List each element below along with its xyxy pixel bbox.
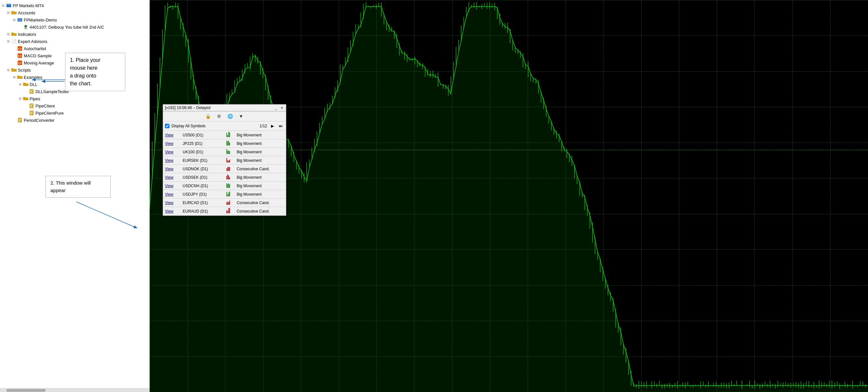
symbol-cell: USDJPY (D1) — [180, 190, 222, 199]
signal-cell: Big Movement — [235, 173, 286, 182]
symbol-cell: USDSEK (D1) — [180, 173, 222, 182]
lock-icon[interactable]: 🔒 — [204, 113, 212, 120]
expand-pipes[interactable]: ⊟ — [18, 97, 22, 101]
tree-item-accounts[interactable]: ⊟Accounts — [0, 9, 149, 16]
icon-accounts — [11, 10, 17, 16]
table-row[interactable]: ViewEURCAD (D1)Consecutive Cand. — [163, 199, 286, 207]
mini-chart-cell — [222, 207, 235, 216]
table-row[interactable]: ViewUSDJPY (D1)Big Movement — [163, 190, 286, 199]
tree-item-autochartist[interactable]: EAAutochartist — [0, 45, 149, 52]
mini-bar — [229, 177, 230, 179]
table-row[interactable]: ViewUSDNOK (D1)Consecutive Cand. — [163, 165, 286, 173]
signal-cell: Consecutive Cand. — [235, 165, 286, 173]
close-button[interactable]: ✕ — [279, 106, 284, 110]
signal-cell: Big Movement — [235, 156, 286, 165]
svg-rect-2 — [18, 18, 22, 22]
table-row[interactable]: ViewUS500 (D1)Big Movement — [163, 131, 286, 139]
gear-icon[interactable]: ⚙ — [215, 113, 222, 120]
svg-rect-15 — [30, 92, 33, 93]
label-dll: DLL — [30, 82, 37, 87]
minimize-button[interactable]: _ — [274, 106, 278, 110]
view-button[interactable]: View — [165, 192, 174, 197]
expand-indicators[interactable]: ⊟ — [6, 32, 10, 36]
mini-bar — [229, 201, 230, 205]
svg-rect-1 — [7, 5, 10, 5]
view-button[interactable]: View — [165, 150, 174, 154]
popup-toolbar: 🔒 ⚙ 🌐 ▼ — [163, 111, 286, 121]
navigator-panel: ⊟FP Markets MT4⊟Accounts⊟FPMarkets-Demo4… — [0, 0, 150, 392]
view-button[interactable]: View — [165, 141, 174, 146]
tree-item-fp-markets[interactable]: ⊟FP Markets MT4 — [0, 2, 149, 9]
tree-item-pipe-client[interactable]: PipeClient — [0, 102, 149, 109]
scrollbar-thumb[interactable] — [6, 389, 45, 392]
mini-bar — [228, 202, 229, 205]
popup-window: [v192] 10:06:48 – Delayed _ ✕ 🔒 ⚙ 🌐 ▼ Di… — [163, 104, 286, 216]
symbol-cell: USDCNH (D1) — [180, 182, 222, 190]
mini-chart-cell — [222, 165, 235, 173]
play-button[interactable]: ▶ — [269, 123, 276, 129]
tree-item-indicators[interactable]: ⊟Indicators — [0, 31, 149, 38]
table-row[interactable]: ViewEURAUD (D1)Consecutive Cand. — [163, 207, 286, 216]
svg-rect-22 — [30, 113, 32, 113]
popup-title: [v192] 10:06:48 – Delayed — [165, 106, 211, 110]
view-button[interactable]: View — [165, 209, 174, 214]
expand-expert-advisors[interactable]: ⊟ — [6, 39, 10, 43]
tree-item-fpmarkets-demo[interactable]: ⊟FPMarkets-Demo — [0, 16, 149, 23]
mini-bar — [229, 143, 230, 145]
expand-examples[interactable]: ⊟ — [12, 75, 16, 79]
globe-icon[interactable]: 🌐 — [226, 113, 234, 120]
mini-chart-cell — [222, 139, 235, 148]
symbol-cell: USDNOK (D1) — [180, 165, 222, 173]
mini-bar — [226, 149, 227, 154]
table-row[interactable]: ViewUSDCNH (D1)Big Movement — [163, 182, 286, 190]
expand-fp-markets[interactable]: ⊟ — [1, 4, 5, 7]
view-button[interactable]: View — [165, 201, 174, 205]
symbols-table: ViewUS500 (D1)Big MovementViewJP225 (D1)… — [163, 131, 286, 216]
mini-bar — [226, 133, 227, 137]
table-row[interactable]: ViewUK100 (D1)Big Movement — [163, 148, 286, 156]
view-button[interactable]: View — [165, 167, 174, 171]
view-button[interactable]: View — [165, 158, 174, 163]
icon-macd-sample: EA — [17, 53, 23, 59]
mini-bar — [227, 184, 228, 188]
label-dll-sample: DLLSampleTester — [35, 89, 69, 94]
table-row[interactable]: ViewUSDSEK (D1)Big Movement — [163, 173, 286, 182]
label-examples: Examples — [24, 75, 42, 80]
callout-1-text: 1. Place your mouse here a drag onto the… — [70, 57, 100, 86]
view-button[interactable]: View — [165, 175, 174, 180]
filter-icon[interactable]: ▼ — [238, 113, 245, 120]
mini-bar — [226, 202, 227, 205]
tree-item-account-num[interactable]: 4401107: Delbouy You tube hill 2nd A/C — [0, 23, 149, 31]
tree-item-period-converter[interactable]: PeriodConverter — [0, 117, 149, 124]
mini-chart-cell — [222, 148, 235, 156]
callout-1: 1. Place your mouse here a drag onto the… — [65, 53, 125, 91]
mini-bar — [229, 191, 230, 196]
symbol-cell: JP225 (D1) — [180, 139, 222, 148]
svg-rect-0 — [6, 4, 11, 7]
tree-item-expert-advisors[interactable]: ⊟📄Expert Advisors — [0, 38, 149, 45]
svg-rect-23 — [30, 114, 33, 114]
expand-fpmarkets-demo[interactable]: ⊟ — [12, 18, 16, 22]
mini-chart-cell — [222, 182, 235, 190]
tree-item-pipe-client-pure[interactable]: PipeClientPure — [0, 109, 149, 117]
expand-dll[interactable]: ⊟ — [18, 82, 22, 86]
svg-text:EA: EA — [18, 47, 22, 51]
view-button[interactable]: View — [165, 133, 174, 137]
svg-text:EA: EA — [18, 54, 22, 58]
mini-bar — [228, 183, 229, 188]
mini-bar — [227, 211, 228, 213]
mini-bar — [226, 168, 227, 171]
view-button[interactable]: View — [165, 184, 174, 188]
expand-scripts[interactable]: ⊟ — [6, 68, 10, 72]
svg-point-5 — [24, 25, 27, 28]
table-row[interactable]: ViewEURSEK (D1)Big Movement — [163, 156, 286, 165]
popup-controls: Display All Symbols 1/12 ▶ ⏭ — [163, 121, 286, 131]
display-all-checkbox[interactable] — [165, 124, 169, 128]
mini-chart-cell — [222, 190, 235, 199]
skip-button[interactable]: ⏭ — [278, 123, 284, 129]
label-pipes: Pipes — [30, 96, 40, 101]
scrollbar[interactable] — [0, 388, 149, 392]
table-row[interactable]: ViewJP225 (D1)Big Movement — [163, 139, 286, 148]
expand-accounts[interactable]: ⊟ — [6, 11, 10, 15]
tree-item-pipes[interactable]: ⊟Pipes — [0, 95, 149, 102]
